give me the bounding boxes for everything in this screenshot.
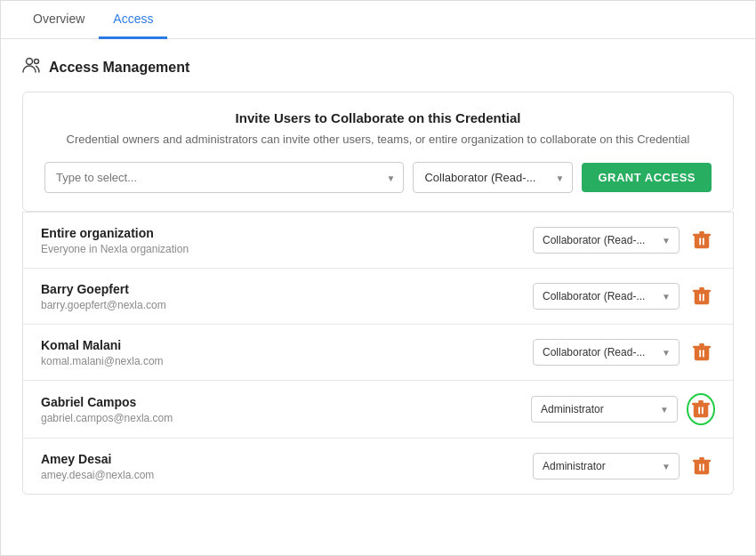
invite-card-title: Invite Users to Collaborate on this Cred…	[44, 110, 712, 125]
invite-card-description: Credential owners and administrators can…	[44, 133, 712, 146]
user-role-wrapper: Collaborator (Read-...AdministratorOwner	[533, 453, 680, 479]
svg-rect-26	[703, 463, 704, 471]
svg-rect-15	[699, 350, 701, 357]
svg-rect-6	[703, 238, 704, 245]
svg-rect-19	[692, 403, 710, 406]
user-row: Komal Malanikomal.malani@nexla.comCollab…	[23, 324, 733, 380]
user-actions: Collaborator (Read-...AdministratorOwner	[533, 337, 715, 367]
user-actions: Collaborator (Read-...AdministratorOwner	[533, 281, 715, 311]
delete-user-button[interactable]	[688, 281, 715, 311]
svg-rect-20	[698, 407, 700, 414]
user-name: Komal Malani	[41, 338, 533, 352]
svg-rect-14	[693, 346, 711, 349]
svg-point-1	[35, 60, 39, 64]
user-email: barry.goepfert@nexla.com	[41, 299, 533, 311]
user-role-select[interactable]: Collaborator (Read-...AdministratorOwner	[533, 453, 680, 479]
svg-rect-11	[703, 294, 704, 301]
user-email: amey.desai@nexla.com	[41, 469, 533, 481]
user-actions: Collaborator (Read-...AdministratorOwner	[531, 393, 715, 425]
user-email: komal.malani@nexla.com	[41, 355, 533, 367]
svg-rect-21	[702, 407, 704, 414]
svg-rect-4	[693, 234, 711, 237]
svg-rect-5	[699, 238, 701, 245]
user-name: Amey Desai	[41, 452, 533, 466]
invite-row: Collaborator (Read-...AdministratorOwner…	[44, 162, 712, 193]
section-header: Access Management	[22, 57, 734, 77]
user-role-wrapper: Collaborator (Read-...AdministratorOwner	[531, 396, 678, 423]
user-row: Barry Goepfertbarry.goepfert@nexla.comCo…	[23, 268, 733, 324]
user-select-wrapper	[44, 162, 404, 193]
user-role-wrapper: Collaborator (Read-...AdministratorOwner	[533, 227, 680, 254]
svg-rect-24	[693, 460, 711, 463]
svg-rect-25	[699, 463, 701, 471]
svg-point-0	[27, 59, 33, 65]
user-row: Amey Desaiamey.desai@nexla.comCollaborat…	[23, 438, 733, 494]
delete-user-button[interactable]	[688, 337, 715, 367]
user-role-select[interactable]: Collaborator (Read-...AdministratorOwner	[531, 396, 678, 423]
grant-access-button[interactable]: GRANT ACCESS	[582, 163, 712, 192]
user-type-select[interactable]	[44, 162, 404, 193]
user-role-wrapper: Collaborator (Read-...AdministratorOwner	[533, 283, 680, 310]
svg-rect-7	[695, 291, 710, 305]
delete-user-button[interactable]	[687, 393, 715, 425]
tab-access[interactable]: Access	[99, 1, 167, 39]
svg-rect-12	[695, 347, 710, 361]
user-role-select[interactable]: Collaborator (Read-...AdministratorOwner	[533, 339, 680, 366]
user-name: Entire organization	[41, 226, 533, 240]
tabs-bar: Overview Access	[1, 1, 755, 39]
user-role-select[interactable]: Collaborator (Read-...AdministratorOwner	[533, 283, 680, 310]
user-name: Gabriel Campos	[41, 395, 531, 409]
svg-rect-10	[699, 294, 701, 301]
section-title: Access Management	[49, 60, 189, 76]
delete-user-button[interactable]	[688, 225, 715, 255]
invite-role-select[interactable]: Collaborator (Read-...AdministratorOwner	[413, 162, 573, 193]
users-icon	[22, 57, 42, 77]
delete-user-button[interactable]	[688, 451, 715, 481]
svg-rect-2	[695, 235, 710, 249]
invite-card: Invite Users to Collaborate on this Cred…	[22, 92, 734, 212]
user-email: gabriel.campos@nexla.com	[41, 412, 531, 424]
tab-overview[interactable]: Overview	[19, 1, 99, 39]
users-table: Entire organizationEveryone in Nexla org…	[22, 212, 734, 495]
user-actions: Collaborator (Read-...AdministratorOwner	[533, 451, 715, 481]
user-info: Entire organizationEveryone in Nexla org…	[41, 226, 533, 255]
user-row: Entire organizationEveryone in Nexla org…	[23, 212, 733, 268]
svg-rect-9	[693, 290, 711, 293]
invite-role-wrapper: Collaborator (Read-...AdministratorOwner	[413, 162, 573, 193]
svg-rect-17	[694, 404, 709, 418]
user-info: Gabriel Camposgabriel.campos@nexla.com	[41, 395, 531, 424]
svg-rect-16	[703, 350, 704, 357]
user-row: Gabriel Camposgabriel.campos@nexla.comCo…	[23, 380, 733, 438]
svg-rect-22	[695, 461, 710, 475]
user-role-wrapper: Collaborator (Read-...AdministratorOwner	[533, 339, 680, 366]
user-info: Komal Malanikomal.malani@nexla.com	[41, 338, 533, 367]
user-role-select[interactable]: Collaborator (Read-...AdministratorOwner	[533, 227, 680, 254]
user-name: Barry Goepfert	[41, 282, 533, 296]
user-info: Amey Desaiamey.desai@nexla.com	[41, 452, 533, 481]
user-info: Barry Goepfertbarry.goepfert@nexla.com	[41, 282, 533, 311]
user-actions: Collaborator (Read-...AdministratorOwner	[533, 225, 715, 255]
user-email: Everyone in Nexla organization	[41, 243, 533, 255]
